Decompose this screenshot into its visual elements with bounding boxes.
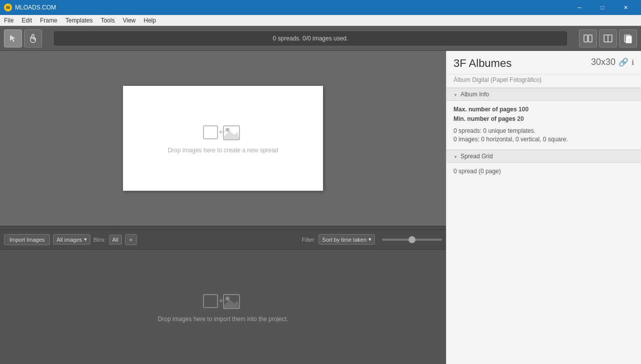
images-stats: 0 images: 0 horizontal, 0 vertical, 0 sq…	[454, 136, 634, 143]
svg-marker-21	[224, 300, 240, 309]
min-pages-value: 20	[517, 115, 524, 122]
menu-edit[interactable]: Edit	[18, 16, 36, 25]
view-export-button[interactable]	[619, 29, 637, 47]
main-area: ↩ Drop images here to create a new sprea…	[0, 51, 641, 364]
svg-rect-4	[584, 35, 588, 42]
right-panel: 3F Albumes 30x30 🔗 ℹ Álbum Digital (Pape…	[446, 51, 641, 364]
minimize-button[interactable]: ─	[568, 0, 591, 15]
bin-drop-area: ↩ Drop images here to import them into t…	[158, 292, 288, 323]
spreads-stats: 0 spreads: 0 unique templates.	[454, 127, 634, 134]
max-pages-row: Max. number of pages 100	[454, 106, 634, 113]
app-title: MLOADS.COM	[15, 4, 568, 11]
bins-select[interactable]: All	[109, 235, 122, 245]
bin-drop-icons: ↩	[202, 292, 244, 312]
svg-point-20	[226, 297, 230, 301]
canvas-separator	[0, 226, 446, 230]
menu-view[interactable]: View	[118, 16, 140, 25]
min-pages-row: Min. number of pages 20	[454, 115, 634, 122]
bin-toolbar: Import Images All images ▾ Bins: All + F…	[0, 230, 446, 250]
size-slider[interactable]	[382, 239, 442, 241]
status-bar: 0 spreads. 0/0 images used.	[54, 31, 567, 45]
album-info-section-header[interactable]: Album Info	[446, 88, 641, 101]
menu-help[interactable]: Help	[140, 16, 160, 25]
album-size: 30x30	[591, 57, 616, 67]
view-panel-button[interactable]	[599, 29, 617, 47]
window-controls: ─ □ ✕	[568, 0, 637, 15]
svg-rect-5	[588, 35, 592, 42]
spread-grid-chevron	[454, 154, 458, 159]
album-info-icon[interactable]: ℹ	[632, 58, 634, 66]
view-controls	[579, 29, 637, 47]
maximize-button[interactable]: □	[591, 0, 614, 15]
menu-tools[interactable]: Tools	[96, 16, 118, 25]
album-info-chevron	[454, 92, 458, 97]
canvas-area: ↩ Drop images here to create a new sprea…	[0, 51, 446, 226]
import-images-button[interactable]: Import Images	[4, 234, 50, 245]
album-info-label: Album Info	[460, 91, 489, 98]
spread-grid-section-header[interactable]: Spread Grid	[446, 150, 641, 163]
svg-rect-2	[33, 37, 34, 39]
album-header: 3F Albumes 30x30 🔗 ℹ	[446, 51, 641, 74]
close-button[interactable]: ✕	[614, 0, 637, 15]
svg-rect-17	[204, 295, 218, 308]
album-link-icon[interactable]: 🔗	[618, 57, 628, 67]
app-icon: M	[4, 3, 12, 11]
hand-tool-button[interactable]	[24, 29, 42, 47]
svg-marker-0	[10, 35, 16, 42]
album-info-content: Max. number of pages 100 Min. number of …	[446, 101, 641, 150]
svg-rect-12	[204, 126, 218, 139]
spread-grid-content: 0 spread (0 page)	[446, 163, 641, 180]
bin-content: ↩ Drop images here to import them into t…	[0, 250, 446, 364]
filter-label: Filter:	[302, 237, 316, 243]
select-tool-button[interactable]	[4, 29, 22, 47]
menu-bar: File Edit Frame Templates Tools View Hel…	[0, 15, 641, 26]
all-images-select[interactable]: All images ▾	[53, 234, 90, 245]
spread-canvas[interactable]: ↩ Drop images here to create a new sprea…	[123, 86, 323, 191]
max-pages-label: Max. number of pages	[454, 106, 517, 113]
view-spread-button[interactable]	[579, 29, 597, 47]
title-bar: M MLOADS.COM ─ □ ✕	[0, 0, 641, 15]
album-title: 3F Albumes	[454, 57, 512, 70]
canvas-drop-text: Drop images here to create a new spread	[168, 147, 278, 154]
filter-select[interactable]: Sort by time taken ▾	[318, 234, 375, 245]
menu-file[interactable]: File	[0, 16, 18, 25]
svg-marker-16	[224, 131, 240, 140]
spread-grid-text: 0 spread (0 page)	[454, 168, 634, 175]
menu-frame[interactable]: Frame	[36, 16, 62, 25]
add-bin-button[interactable]: +	[125, 234, 137, 245]
svg-rect-1	[32, 36, 32, 39]
image-bin: Import Images All images ▾ Bins: All + F…	[0, 230, 446, 364]
left-panel: ↩ Drop images here to create a new sprea…	[0, 51, 446, 364]
min-pages-label: Min. number of pages	[454, 115, 516, 122]
toolbar: 0 spreads. 0/0 images used.	[0, 26, 641, 51]
spread-grid-label: Spread Grid	[460, 153, 493, 160]
bin-drop-text: Drop images here to import them into the…	[158, 316, 288, 323]
album-subtitle: Álbum Digital (Papel Fotográfico)	[446, 74, 641, 88]
svg-point-15	[226, 128, 230, 132]
drop-icon-area: ↩	[202, 123, 244, 143]
svg-rect-3	[34, 38, 36, 40]
menu-templates[interactable]: Templates	[62, 16, 97, 25]
max-pages-value: 100	[518, 106, 528, 113]
bins-label: Bins:	[94, 237, 106, 243]
